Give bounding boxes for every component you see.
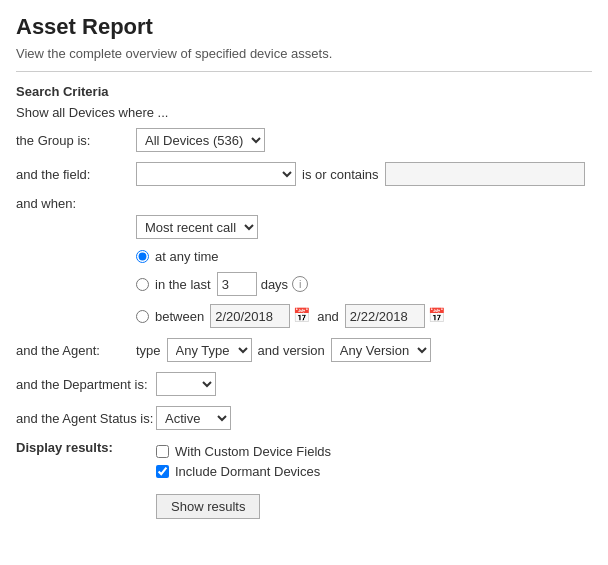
- between-label: between: [155, 309, 204, 324]
- dormant-devices-checkbox[interactable]: [156, 465, 169, 478]
- to-date-input[interactable]: [345, 304, 425, 328]
- from-date-input[interactable]: [210, 304, 290, 328]
- radio-in-last[interactable]: [136, 278, 149, 291]
- agent-version-label: and version: [258, 343, 325, 358]
- agent-type-label: type: [136, 343, 161, 358]
- field-label: and the field:: [16, 167, 136, 182]
- dormant-devices-label: Include Dormant Devices: [175, 464, 320, 479]
- show-all-label: Show all Devices where ...: [16, 105, 592, 120]
- page-title: Asset Report: [16, 14, 592, 40]
- department-select[interactable]: [156, 372, 216, 396]
- agent-status-label: and the Agent Status is:: [16, 411, 156, 426]
- department-label: and the Department is:: [16, 377, 156, 392]
- in-last-label: in the last: [155, 277, 211, 292]
- days-label: days: [261, 277, 288, 292]
- info-icon[interactable]: i: [292, 276, 308, 292]
- calendar-from-icon[interactable]: 📅: [293, 307, 311, 325]
- agent-status-select[interactable]: Active Inactive Any: [156, 406, 231, 430]
- agent-type-select[interactable]: Any Type: [167, 338, 252, 362]
- show-results-button[interactable]: Show results: [156, 494, 260, 519]
- in-last-days-input[interactable]: [217, 272, 257, 296]
- group-label: the Group is:: [16, 133, 136, 148]
- custom-fields-label: With Custom Device Fields: [175, 444, 331, 459]
- field-select[interactable]: [136, 162, 296, 186]
- when-select[interactable]: Most recent call: [136, 215, 258, 239]
- is-or-contains-label: is or contains: [302, 167, 379, 182]
- display-results-label: Display results:: [16, 440, 156, 455]
- any-time-label: at any time: [155, 249, 219, 264]
- group-select[interactable]: All Devices (536): [136, 128, 265, 152]
- and-date-label: and: [317, 309, 339, 324]
- calendar-to-icon[interactable]: 📅: [428, 307, 446, 325]
- when-label: and when:: [16, 196, 136, 211]
- search-criteria-label: Search Criteria: [16, 84, 592, 99]
- radio-any-time[interactable]: [136, 250, 149, 263]
- agent-version-select[interactable]: Any Version: [331, 338, 431, 362]
- page-subtitle: View the complete overview of specified …: [16, 46, 592, 61]
- custom-fields-checkbox[interactable]: [156, 445, 169, 458]
- agent-label: and the Agent:: [16, 343, 136, 358]
- radio-between[interactable]: [136, 310, 149, 323]
- contains-input[interactable]: [385, 162, 585, 186]
